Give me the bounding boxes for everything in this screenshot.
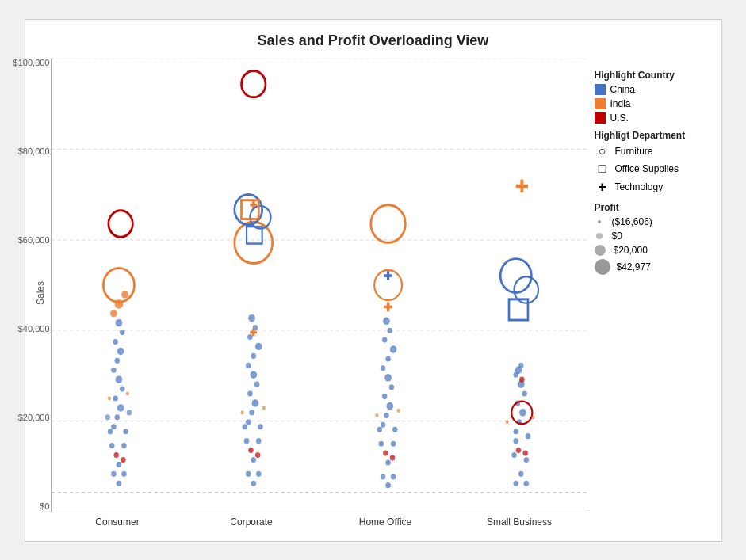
svg-point-112: [523, 456, 529, 462]
svg-point-14: [117, 347, 124, 355]
svg-point-60: [241, 70, 265, 97]
svg-point-101: [513, 429, 518, 434]
legend-profit-20k-label: $20,000: [614, 245, 648, 256]
svg-point-24: [121, 470, 127, 476]
svg-point-84: [392, 426, 398, 432]
svg-point-48: [248, 314, 255, 322]
svg-point-82: [383, 317, 390, 325]
svg-point-118: [500, 258, 531, 292]
legend-us: U.S.: [595, 112, 706, 124]
svg-point-18: [107, 429, 113, 434]
legend-india: India: [595, 98, 706, 109]
x-axis: Consumer Corporate Home Office Small Bus…: [51, 512, 587, 528]
legend-profit-42k-label: $42,977: [617, 261, 651, 272]
svg-point-110: [525, 433, 530, 439]
svg-point-7: [114, 414, 120, 420]
svg-point-89: [390, 474, 396, 479]
y-tick-80k: $80,000: [10, 147, 50, 156]
us-color-box: [595, 112, 606, 124]
x-label-home-office: Home Office: [319, 516, 453, 528]
legend-china: China: [595, 84, 706, 95]
svg-point-103: [519, 409, 526, 417]
svg-point-100: [389, 455, 395, 460]
svg-point-17: [115, 318, 122, 326]
legend-us-label: U.S.: [610, 112, 629, 124]
legend-profit-neg: ($16,606): [595, 216, 706, 227]
chart-container: Sales and Profit Overloading View Sales …: [25, 19, 722, 542]
svg-point-123: [531, 415, 534, 419]
x-label-consumer: Consumer: [51, 516, 185, 528]
svg-point-11: [115, 375, 122, 383]
svg-point-21: [121, 443, 127, 448]
profit-dot-large: [595, 259, 610, 275]
legend-dept-title: Highligt Department: [595, 130, 706, 141]
y-tick-60k: $60,000: [10, 236, 50, 245]
svg-point-6: [111, 424, 117, 429]
svg-point-126: [519, 376, 525, 382]
furniture-shape: ○: [595, 144, 610, 158]
svg-point-73: [386, 402, 393, 410]
legend-technology-label: Technology: [615, 181, 664, 192]
svg-point-127: [515, 366, 522, 374]
svg-point-44: [251, 352, 256, 358]
svg-point-56: [251, 480, 256, 486]
svg-point-40: [247, 390, 253, 396]
svg-point-76: [384, 374, 392, 382]
svg-point-83: [377, 426, 382, 432]
y-ticks: $100,000 $80,000 $60,000 $40,000 $20,000…: [10, 59, 50, 512]
svg-point-109: [513, 438, 518, 444]
svg-point-34: [125, 391, 128, 395]
svg-point-50: [258, 424, 263, 429]
svg-point-90: [385, 482, 391, 488]
legend-profit-title: Profit: [595, 202, 706, 213]
svg-point-46: [247, 333, 253, 339]
legend: Highlight Country China India U.S. Highl…: [587, 59, 713, 528]
scatter-plot: [52, 59, 587, 512]
svg-point-105: [522, 390, 527, 396]
legend-china-label: China: [610, 84, 635, 95]
svg-point-12: [111, 367, 117, 372]
svg-point-8: [117, 404, 124, 412]
svg-point-10: [120, 386, 125, 391]
svg-point-35: [113, 451, 119, 457]
china-color-box: [595, 84, 606, 95]
svg-point-87: [385, 459, 391, 465]
svg-point-79: [389, 345, 396, 353]
chart-title: Sales and Profit Overloading View: [33, 32, 713, 49]
profit-dot-medium: [595, 245, 606, 256]
svg-point-115: [523, 480, 529, 486]
x-label-small-business: Small Business: [453, 516, 587, 528]
svg-point-122: [505, 420, 508, 424]
svg-point-72: [384, 412, 389, 417]
legend-technology: + Technology: [595, 179, 706, 196]
svg-point-9: [113, 395, 118, 401]
svg-point-41: [254, 381, 259, 387]
svg-point-68: [248, 447, 254, 452]
svg-point-85: [378, 440, 384, 446]
svg-point-42: [250, 371, 257, 379]
chart-main: $100,000 $80,000 $60,000 $40,000 $20,000…: [51, 59, 587, 528]
svg-point-36: [121, 456, 126, 462]
svg-point-66: [240, 410, 243, 414]
technology-shape: +: [595, 179, 610, 196]
office-supplies-shape: □: [595, 162, 610, 176]
profit-dot-tiny: [598, 220, 601, 223]
svg-point-113: [518, 470, 523, 476]
svg-point-77: [380, 365, 385, 371]
svg-point-16: [120, 330, 125, 335]
svg-point-45: [254, 342, 262, 350]
svg-point-97: [375, 413, 378, 417]
legend-office-supplies: □ Office Supplies: [595, 162, 706, 176]
svg-point-99: [383, 450, 388, 455]
y-tick-40k: $40,000: [10, 325, 50, 333]
svg-point-29: [103, 268, 134, 302]
svg-point-31: [105, 414, 110, 420]
svg-point-53: [251, 456, 256, 462]
svg-point-78: [385, 356, 391, 361]
svg-point-39: [251, 399, 258, 407]
svg-point-15: [113, 338, 118, 344]
svg-point-74: [381, 394, 387, 399]
svg-point-67: [262, 406, 265, 410]
svg-point-88: [380, 474, 385, 479]
legend-furniture: ○ Furniture: [595, 144, 706, 158]
